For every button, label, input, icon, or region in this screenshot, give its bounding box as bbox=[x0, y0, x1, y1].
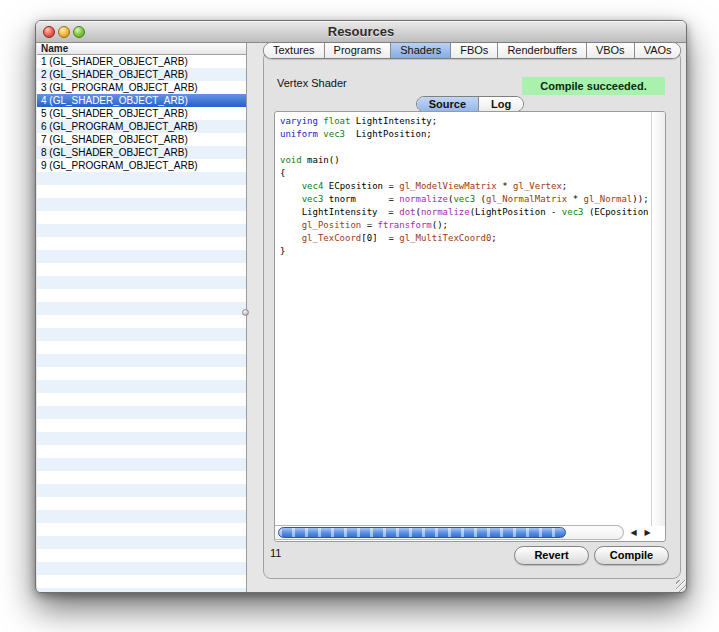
list-empty-row[interactable] bbox=[37, 432, 246, 445]
list-item[interactable]: 6 (GL_PROGRAM_OBJECT_ARB) bbox=[37, 120, 246, 133]
shaders-panel: Vertex Shader Compile succeeded. SourceL… bbox=[263, 51, 681, 579]
scroll-left-arrow-icon[interactable]: ◀ bbox=[627, 525, 640, 540]
code-line: vec3 tnorm = normalize(vec3 (gl_NormalMa… bbox=[280, 193, 650, 206]
list-empty-row[interactable] bbox=[37, 211, 246, 224]
list-item[interactable]: 1 (GL_SHADER_OBJECT_ARB) bbox=[37, 55, 246, 68]
tab-bar: TexturesProgramsShadersFBOsRenderbuffers… bbox=[263, 42, 681, 59]
list-item[interactable]: 9 (GL_PROGRAM_OBJECT_ARB) bbox=[37, 159, 246, 172]
code-line: gl_TexCoord[0] = gl_MultiTexCoord0; bbox=[280, 232, 650, 245]
list-item[interactable]: 3 (GL_PROGRAM_OBJECT_ARB) bbox=[37, 81, 246, 94]
subtab-log[interactable]: Log bbox=[478, 97, 523, 111]
list-empty-row[interactable] bbox=[37, 315, 246, 328]
list-empty-row[interactable] bbox=[37, 198, 246, 211]
subtab-source[interactable]: Source bbox=[417, 97, 478, 111]
list-empty-row[interactable] bbox=[37, 393, 246, 406]
resources-window: Resources Name 1 (GL_SHADER_OBJECT_ARB)2… bbox=[35, 20, 687, 593]
list-empty-row[interactable] bbox=[37, 406, 246, 419]
tab-shaders[interactable]: Shaders bbox=[390, 43, 450, 58]
list-empty-row[interactable] bbox=[37, 588, 246, 592]
code-line: LightIntensity = dot(normalize(LightPosi… bbox=[280, 206, 650, 219]
list-empty-row[interactable] bbox=[37, 510, 246, 523]
list-empty-row[interactable] bbox=[37, 289, 246, 302]
list-item[interactable]: 7 (GL_SHADER_OBJECT_ARB) bbox=[37, 133, 246, 146]
list-empty-row[interactable] bbox=[37, 302, 246, 315]
minimize-button-icon[interactable] bbox=[58, 26, 70, 38]
list-empty-row[interactable] bbox=[37, 276, 246, 289]
code-line: gl_Position = ftransform(); bbox=[280, 219, 650, 232]
tab-fbos[interactable]: FBOs bbox=[450, 43, 497, 58]
tab-vbos[interactable]: VBOs bbox=[586, 43, 634, 58]
splitter-handle-icon[interactable] bbox=[242, 309, 249, 316]
list-empty-row[interactable] bbox=[37, 328, 246, 341]
scroll-right-arrow-icon[interactable]: ▶ bbox=[641, 525, 654, 540]
scrollbar-track[interactable] bbox=[275, 525, 624, 540]
list-empty-row[interactable] bbox=[37, 549, 246, 562]
list-item[interactable]: 8 (GL_SHADER_OBJECT_ARB) bbox=[37, 146, 246, 159]
window-title: Resources bbox=[36, 21, 686, 43]
compile-status-badge: Compile succeeded. bbox=[522, 77, 665, 95]
subtab-bar: SourceLog bbox=[416, 96, 524, 112]
shader-source-editor[interactable]: varying float LightIntensity;uniform vec… bbox=[274, 111, 666, 542]
code-content[interactable]: varying float LightIntensity;uniform vec… bbox=[280, 115, 650, 524]
tab-row: TexturesProgramsShadersFBOsRenderbuffers… bbox=[263, 42, 681, 60]
list-empty-row[interactable] bbox=[37, 497, 246, 510]
resize-grip-icon[interactable] bbox=[676, 580, 687, 592]
list-empty-row[interactable] bbox=[37, 341, 246, 354]
list-empty-row[interactable] bbox=[37, 458, 246, 471]
list-empty-row[interactable] bbox=[37, 575, 246, 588]
tab-textures[interactable]: Textures bbox=[264, 43, 324, 58]
revert-button[interactable]: Revert bbox=[514, 546, 589, 565]
list-item[interactable]: 2 (GL_SHADER_OBJECT_ARB) bbox=[37, 68, 246, 81]
list-empty-row[interactable] bbox=[37, 172, 246, 185]
code-line: void main() bbox=[280, 154, 650, 167]
code-line: uniform vec3 LightPosition; bbox=[280, 128, 650, 141]
list-empty-row[interactable] bbox=[37, 471, 246, 484]
tab-programs[interactable]: Programs bbox=[324, 43, 391, 58]
code-line: vec4 ECposition = gl_ModelViewMatrix * g… bbox=[280, 180, 650, 193]
list-empty-row[interactable] bbox=[37, 354, 246, 367]
list-empty-row[interactable] bbox=[37, 419, 246, 432]
resource-sidebar: Name 1 (GL_SHADER_OBJECT_ARB)2 (GL_SHADE… bbox=[37, 43, 247, 592]
compile-button[interactable]: Compile bbox=[594, 546, 669, 565]
line-count-status: 11 bbox=[270, 547, 281, 559]
vertical-scrollbar[interactable] bbox=[651, 112, 665, 526]
title-bar[interactable]: Resources bbox=[36, 21, 686, 43]
list-empty-row[interactable] bbox=[37, 367, 246, 380]
list-empty-row[interactable] bbox=[37, 484, 246, 497]
resource-list: 1 (GL_SHADER_OBJECT_ARB)2 (GL_SHADER_OBJ… bbox=[37, 55, 246, 592]
tab-renderbuffers[interactable]: Renderbuffers bbox=[497, 43, 586, 58]
list-empty-row[interactable] bbox=[37, 562, 246, 575]
list-empty-row[interactable] bbox=[37, 237, 246, 250]
list-item[interactable]: 5 (GL_SHADER_OBJECT_ARB) bbox=[37, 107, 246, 120]
zoom-button-icon[interactable] bbox=[73, 26, 85, 38]
list-column-header[interactable]: Name bbox=[37, 43, 246, 55]
list-empty-row[interactable] bbox=[37, 523, 246, 536]
list-empty-row[interactable] bbox=[37, 445, 246, 458]
scrollbar-thumb[interactable] bbox=[278, 527, 566, 538]
list-empty-row[interactable] bbox=[37, 250, 246, 263]
subtab-row: SourceLog bbox=[274, 96, 666, 112]
shader-type-label: Vertex Shader bbox=[277, 77, 347, 89]
list-empty-row[interactable] bbox=[37, 536, 246, 549]
list-empty-row[interactable] bbox=[37, 380, 246, 393]
list-empty-row[interactable] bbox=[37, 185, 246, 198]
list-empty-row[interactable] bbox=[37, 263, 246, 276]
tab-vaos[interactable]: VAOs bbox=[634, 43, 681, 58]
code-line: } bbox=[280, 245, 650, 258]
close-button-icon[interactable] bbox=[43, 26, 55, 38]
code-line bbox=[280, 141, 650, 154]
code-line: varying float LightIntensity; bbox=[280, 115, 650, 128]
list-empty-row[interactable] bbox=[37, 224, 246, 237]
horizontal-scrollbar[interactable]: ◀ ▶ bbox=[275, 525, 651, 541]
code-line: { bbox=[280, 167, 650, 180]
list-item[interactable]: 4 (GL_SHADER_OBJECT_ARB) bbox=[37, 94, 246, 107]
